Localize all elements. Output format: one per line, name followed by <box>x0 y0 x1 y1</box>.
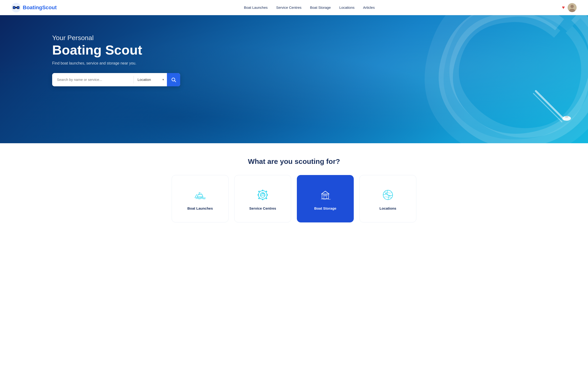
hero-subtitle: Your Personal <box>52 34 588 42</box>
scouting-section: What are you scouting for? Boat Launches <box>0 143 588 242</box>
search-icon <box>171 77 176 82</box>
svg-point-7 <box>571 5 574 8</box>
svg-rect-18 <box>267 194 268 195</box>
favorites-icon[interactable]: ♥ <box>562 5 565 10</box>
search-bar: Location ▾ <box>52 73 180 86</box>
svg-rect-23 <box>322 194 329 199</box>
svg-rect-17 <box>257 194 259 195</box>
search-button[interactable] <box>167 73 180 86</box>
scouting-title: What are you scouting for? <box>19 158 569 165</box>
scouting-cards: Boat Launches Service Centres <box>19 175 569 222</box>
svg-rect-10 <box>565 116 568 118</box>
card-boat-launches-label: Boat Launches <box>187 206 213 210</box>
nav-articles[interactable]: Articles <box>363 5 374 10</box>
navbar-actions: ♥ <box>562 3 577 12</box>
svg-point-27 <box>389 195 390 196</box>
nav-boat-storage[interactable]: Boat Storage <box>310 5 331 10</box>
svg-point-5 <box>17 7 19 8</box>
svg-line-28 <box>386 193 390 196</box>
location-wrapper: Location ▾ <box>134 78 167 81</box>
boat-launches-icon <box>192 187 208 202</box>
nav-locations[interactable]: Locations <box>339 5 354 10</box>
locations-icon <box>380 187 396 202</box>
svg-rect-3 <box>15 7 17 8</box>
card-boat-storage[interactable]: Boat Storage <box>297 175 354 222</box>
search-input[interactable] <box>52 73 134 86</box>
navbar-links: Boat Launches Service Centres Boat Stora… <box>244 5 375 10</box>
boat-storage-icon <box>318 187 333 202</box>
logo-link[interactable]: BoatingScout <box>11 3 57 12</box>
card-service-centres-label: Service Centres <box>249 206 276 210</box>
svg-rect-16 <box>262 199 263 200</box>
user-avatar[interactable] <box>568 3 577 12</box>
card-boat-launches[interactable]: Boat Launches <box>172 175 228 222</box>
svg-rect-24 <box>324 196 327 199</box>
navbar: BoatingScout Boat Launches Service Centr… <box>0 0 588 15</box>
hero-description: Find boat launches, service and storage … <box>52 61 588 66</box>
service-centres-icon <box>255 187 270 202</box>
hero-content: Your Personal Boating Scout Find boat la… <box>0 15 588 86</box>
card-locations-label: Locations <box>380 206 396 210</box>
hero-section: Your Personal Boating Scout Find boat la… <box>0 15 588 143</box>
hero-title: Boating Scout <box>52 43 588 57</box>
svg-point-13 <box>258 191 267 199</box>
logo-text: BoatingScout <box>23 4 57 11</box>
svg-point-4 <box>13 7 15 8</box>
card-locations[interactable]: Locations <box>360 175 416 222</box>
svg-line-12 <box>174 81 176 82</box>
svg-rect-15 <box>262 190 263 191</box>
card-service-centres[interactable]: Service Centres <box>234 175 291 222</box>
location-select[interactable]: Location <box>134 78 167 81</box>
logo-icon <box>11 3 21 12</box>
nav-boat-launches[interactable]: Boat Launches <box>244 5 268 10</box>
card-boat-storage-label: Boat Storage <box>314 206 336 210</box>
nav-service-centres[interactable]: Service Centres <box>276 5 302 10</box>
